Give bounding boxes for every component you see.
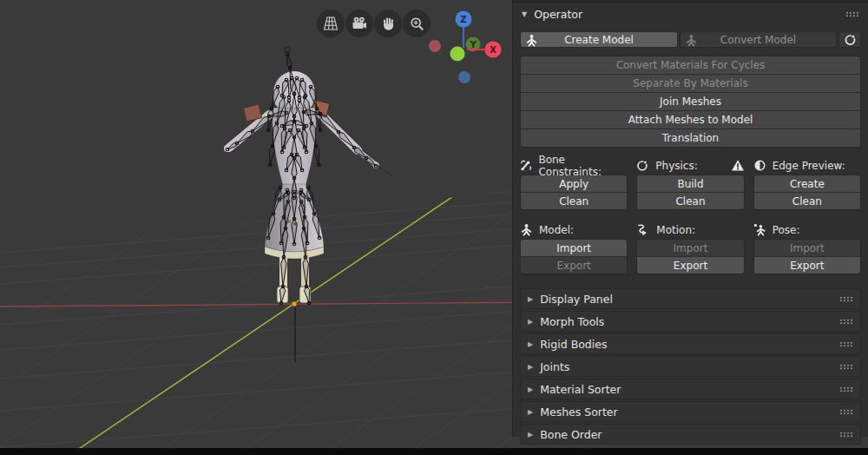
create-model-label: Create Model <box>564 34 634 46</box>
model-armature-icon <box>520 223 533 236</box>
panel-grip-icon[interactable] <box>839 386 853 392</box>
attach-meshes-button[interactable]: Attach Meshes to Model <box>521 110 860 129</box>
motion-label: Motion: <box>656 224 695 236</box>
blender-window: Y Z X ▼ Operator <box>0 0 868 455</box>
panel-grip-icon[interactable] <box>839 432 853 438</box>
join-meshes-button[interactable]: Join Meshes <box>521 92 860 110</box>
bone-constraints-apply-button[interactable]: Apply <box>521 175 627 192</box>
convert-model-label: Convert Model <box>720 34 796 46</box>
panel-display-panel[interactable]: ▶ Display Panel <box>520 288 861 309</box>
panel-joints[interactable]: ▶ Joints <box>520 356 861 377</box>
expand-caret-icon: ▶ <box>528 386 533 393</box>
collapse-caret-icon: ▼ <box>522 10 527 18</box>
camera-icon <box>352 16 367 30</box>
tool-shelf-region: ▼ Operator <box>512 0 868 437</box>
armature-icon <box>525 34 538 49</box>
expand-caret-icon: ▶ <box>528 295 533 303</box>
hand-icon <box>381 16 395 31</box>
model-label: Model: <box>539 224 574 236</box>
expand-caret-icon: ▶ <box>528 340 533 348</box>
bone-constraints-label: Bone Constraints: <box>538 154 628 178</box>
bottom-border-strip <box>0 448 868 455</box>
panel-title: Operator <box>534 8 582 21</box>
cycles-circle-icon <box>844 33 857 46</box>
gizmo-x-neg-ball[interactable] <box>429 40 441 52</box>
camera-view-button[interactable] <box>345 10 373 37</box>
separate-by-materials-button[interactable]: Separate By Materials <box>521 74 860 92</box>
panel-grip-icon[interactable] <box>839 319 853 325</box>
convert-materials-button[interactable]: Convert Materials For Cycles <box>521 56 860 74</box>
panel-rigid-bodies[interactable]: ▶ Rigid Bodies <box>520 333 861 354</box>
gizmo-x-label: X <box>490 45 496 55</box>
model-import-button[interactable]: Import <box>521 240 627 256</box>
motion-import-button[interactable]: Import <box>637 240 743 256</box>
bone-constraint-icon <box>520 159 532 172</box>
bone-constraints-clean-button[interactable]: Clean <box>521 192 627 209</box>
grid-view-button[interactable] <box>317 10 345 37</box>
grid-icon <box>323 16 339 30</box>
physics-label: Physics: <box>655 160 697 172</box>
expand-caret-icon: ▶ <box>528 363 533 371</box>
operator-panel-header[interactable]: ▼ Operator <box>513 3 868 25</box>
gizmo-z-label: Z <box>460 15 466 24</box>
cycles-toggle-button[interactable] <box>838 31 861 48</box>
panel-grip-icon[interactable] <box>839 341 853 347</box>
pose-export-button[interactable]: Export <box>754 256 860 274</box>
panel-bone-order[interactable]: ▶ Bone Order <box>520 424 861 445</box>
expand-caret-icon: ▶ <box>528 408 533 416</box>
motion-curve-icon <box>636 223 650 236</box>
physics-clean-button[interactable]: Clean <box>637 192 743 209</box>
gizmo-y-label: Y <box>469 40 477 49</box>
physics-icon <box>636 159 649 172</box>
model-export-button[interactable]: Export <box>521 256 627 274</box>
motion-export-button[interactable]: Export <box>637 256 743 274</box>
panel-material-sorter[interactable]: ▶ Material Sorter <box>520 379 861 399</box>
gizmo-z-neg-ball[interactable] <box>458 71 470 83</box>
mesh-ops-group: Convert Materials For Cycles Separate By… <box>520 56 861 148</box>
panel-grip-icon[interactable] <box>839 364 853 370</box>
pose-label: Pose: <box>773 224 800 236</box>
pan-view-button[interactable] <box>374 10 402 37</box>
axis-gizmo[interactable]: Y Z X <box>419 4 515 87</box>
armature-icon-disabled <box>685 34 698 49</box>
translation-button[interactable]: Translation <box>521 129 860 147</box>
expand-caret-icon: ▶ <box>528 431 533 439</box>
expand-caret-icon: ▶ <box>528 318 533 326</box>
pose-icon <box>753 223 766 236</box>
panel-grip-icon[interactable] <box>839 409 853 415</box>
convert-model-button[interactable]: Convert Model <box>680 31 837 48</box>
create-model-button[interactable]: Create Model <box>520 31 678 48</box>
gizmo-y-front-ball[interactable] <box>450 47 465 62</box>
edge-preview-label: Edge Preview: <box>773 160 845 172</box>
warning-icon <box>731 159 745 172</box>
origin-dot <box>292 301 297 307</box>
panel-grip-icon[interactable] <box>845 11 859 17</box>
physics-build-button[interactable]: Build <box>637 175 743 192</box>
edge-preview-create-button[interactable]: Create <box>754 175 860 192</box>
edge-preview-icon <box>753 159 766 172</box>
panel-meshes-sorter[interactable]: ▶ Meshes Sorter <box>520 401 861 422</box>
collapsed-panel-list: ▶ Display Panel ▶ Morph Tools ▶ Rigid Bo… <box>513 282 868 445</box>
panel-morph-tools[interactable]: ▶ Morph Tools <box>520 311 861 332</box>
pose-import-button[interactable]: Import <box>754 240 860 256</box>
panel-grip-icon[interactable] <box>839 296 853 302</box>
edge-preview-clean-button[interactable]: Clean <box>754 192 860 209</box>
